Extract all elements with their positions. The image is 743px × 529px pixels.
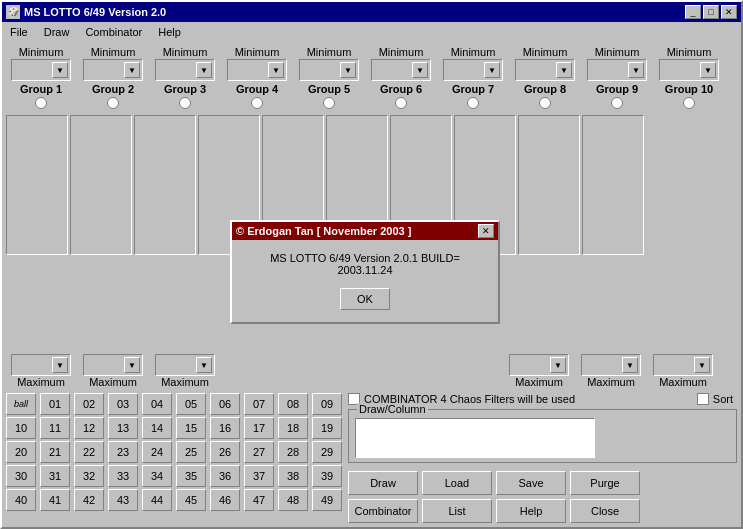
dialog-version: MS LOTTO 6/49 Version 2.0.1 BUILD= 2003.… [248,252,482,276]
dialog-close-button[interactable]: ✕ [478,224,494,238]
dialog-ok-button[interactable]: OK [340,288,390,310]
about-dialog: © Erdogan Tan [ November 2003 ] ✕ MS LOT… [230,220,500,324]
dialog-title-text: © Erdogan Tan [ November 2003 ] [236,225,411,237]
dialog-overlay: © Erdogan Tan [ November 2003 ] ✕ MS LOT… [0,0,743,529]
dialog-body: MS LOTTO 6/49 Version 2.0.1 BUILD= 2003.… [232,240,498,322]
dialog-title-bar: © Erdogan Tan [ November 2003 ] ✕ [232,222,498,240]
